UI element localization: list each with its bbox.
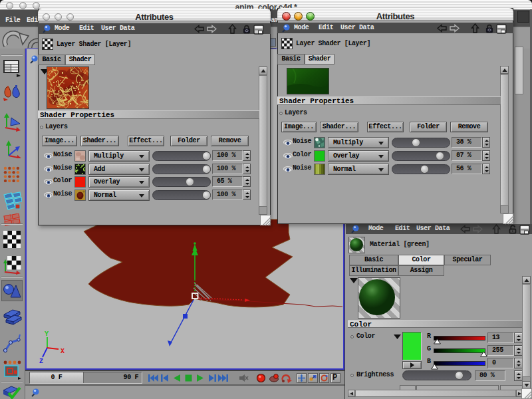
svg-text:X: X [61,348,65,355]
svg-text:Z: Z [39,358,43,365]
svg-text:Y: Y [45,331,49,338]
